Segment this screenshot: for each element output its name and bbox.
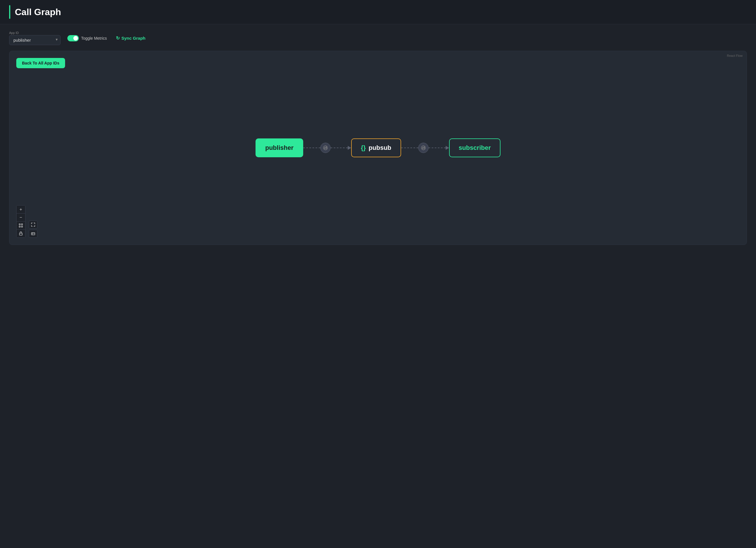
svg-rect-7 [21, 226, 23, 227]
fullscreen-button[interactable] [29, 221, 37, 229]
svg-rect-4 [422, 147, 423, 149]
header: Call Graph [0, 0, 756, 24]
pubsub-node-label: pubsub [369, 144, 391, 152]
svg-rect-11 [31, 233, 35, 235]
flow-row: publisher [256, 138, 500, 157]
svg-rect-5 [424, 147, 425, 149]
publisher-node-label: publisher [265, 144, 293, 152]
pubsub-icon: {} [361, 144, 366, 152]
toggle-metrics-group: Toggle Metrics [67, 35, 107, 41]
toggle-metrics-label: Toggle Metrics [81, 36, 107, 41]
mini-controls [29, 221, 37, 238]
zoom-in-button[interactable]: + [17, 205, 25, 213]
svg-point-3 [421, 146, 425, 150]
dashed-line-4 [429, 148, 446, 148]
dashed-line-3 [401, 148, 418, 148]
svg-rect-9 [21, 224, 23, 225]
fit-view-button[interactable] [17, 221, 25, 229]
sync-graph-label: Sync Graph [121, 36, 145, 41]
toggle-metrics-switch[interactable] [67, 35, 79, 41]
header-accent [9, 5, 10, 19]
edge-publisher-pubsub [303, 143, 351, 153]
subscriber-node-label: subscriber [459, 144, 491, 152]
back-to-all-app-ids-button[interactable]: Back To All App IDs [16, 58, 65, 68]
lock-button[interactable] [17, 229, 25, 237]
sync-graph-button[interactable]: ↻ Sync Graph [114, 34, 148, 42]
app-id-wrapper: App ID publisher subscriber pubsub ▾ [9, 31, 61, 45]
toolbar: App ID publisher subscriber pubsub ▾ Tog… [9, 31, 747, 45]
app-id-select[interactable]: publisher subscriber pubsub [9, 35, 61, 45]
flow-canvas: publisher [9, 51, 747, 245]
sync-icon: ↻ [116, 35, 120, 41]
arrow-1 [348, 146, 351, 150]
zoom-controls: + − [16, 205, 25, 238]
svg-rect-2 [326, 147, 327, 149]
minimap-button[interactable] [29, 230, 37, 238]
zoom-group: + − [16, 205, 25, 238]
publisher-node[interactable]: publisher [256, 138, 303, 157]
pubsub-node[interactable]: {} pubsub [351, 138, 401, 157]
app-id-label: App ID [9, 31, 61, 35]
main-content: App ID publisher subscriber pubsub ▾ Tog… [0, 24, 756, 252]
svg-rect-10 [19, 233, 22, 235]
dashed-line-1 [303, 148, 320, 148]
svg-rect-1 [324, 147, 325, 149]
edge-pubsub-subscriber [401, 143, 449, 153]
graph-container: React Flow Back To All App IDs publisher [9, 51, 747, 245]
svg-point-0 [323, 146, 327, 150]
subscriber-node[interactable]: subscriber [449, 138, 501, 157]
arrow-2 [446, 146, 449, 150]
edge-mid-icon-2 [418, 143, 429, 153]
edge-mid-icon-1 [320, 143, 331, 153]
page-title: Call Graph [15, 7, 61, 17]
dashed-line-2 [331, 148, 348, 148]
svg-rect-8 [19, 226, 20, 227]
zoom-out-button[interactable]: − [17, 213, 25, 221]
svg-rect-6 [19, 224, 20, 225]
